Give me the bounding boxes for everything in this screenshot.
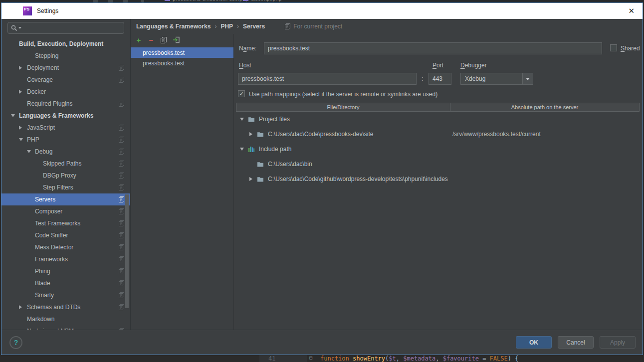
use-path-mappings-checkbox[interactable]: ✓	[238, 90, 245, 97]
code-token: $metadata	[403, 355, 435, 362]
sidebar-item-required-plugins[interactable]: Required Plugins	[1, 98, 130, 110]
port-input[interactable]	[429, 73, 451, 85]
sidebar-item-composer[interactable]: Composer	[1, 205, 130, 217]
mapping-row[interactable]: Project files	[236, 112, 640, 127]
ok-button[interactable]: OK	[516, 336, 552, 349]
debugger-select[interactable]: Xdebug	[460, 73, 533, 85]
server-name-input[interactable]	[264, 42, 602, 54]
sidebar-item-schemas-and-dtds[interactable]: Schemas and DTDs	[1, 301, 130, 313]
sidebar-item-label: Blade	[35, 280, 50, 287]
mapping-row[interactable]: Include path	[236, 142, 640, 157]
help-button[interactable]: ?	[9, 336, 22, 349]
sidebar-item-label: Coverage	[27, 76, 53, 83]
editor-tab-disco-tpl[interactable]: disco.tpl.php✕	[243, 0, 289, 1]
sidebar-item-php[interactable]: PHP	[1, 134, 130, 146]
help-icon: ?	[14, 339, 18, 347]
mapping-absolute-path[interactable]: /srv/www/pressbooks.test/current	[452, 131, 541, 138]
sidebar-item-skipped-paths[interactable]: Skipped Paths	[1, 158, 130, 170]
modified-indicator-icon	[119, 125, 124, 131]
tab-close-icon[interactable]: ✕	[285, 0, 289, 1]
editor-gutter	[259, 355, 307, 362]
sidebar-item-debug[interactable]: Debug	[1, 146, 130, 158]
lower-region: + −	[131, 34, 643, 330]
sidebar-item-coverage[interactable]: Coverage	[1, 74, 130, 86]
sidebar-item-smarty[interactable]: Smarty	[1, 289, 130, 301]
sidebar-item-languages-frameworks[interactable]: Languages & Frameworks	[1, 110, 130, 122]
chevron-down-icon[interactable]	[11, 114, 19, 117]
chevron-down-icon[interactable]	[239, 118, 245, 121]
mappings-table-header: File/Directory Absolute path on the serv…	[236, 103, 640, 112]
search-icon	[11, 25, 17, 31]
sidebar-item-phing[interactable]: Phing	[1, 265, 130, 277]
chevron-right-icon[interactable]	[19, 305, 27, 309]
modified-indicator-icon	[119, 137, 124, 143]
mapping-row[interactable]: C:\Users\dac\Code\github\wordpress-devel…	[236, 172, 640, 186]
sidebar-item-blade[interactable]: Blade	[1, 277, 130, 289]
column-header-absolute-path[interactable]: Absolute path on the server	[450, 103, 640, 112]
mapping-file-directory: C:\Users\dac\bin	[268, 161, 312, 168]
breadcrumb-languages-frameworks[interactable]: Languages & Frameworks	[136, 23, 211, 30]
server-list-item[interactable]: pressbooks.test	[131, 47, 233, 58]
code-fold-icon[interactable]: ⊟	[309, 355, 313, 361]
close-icon[interactable]: ✕	[628, 6, 635, 15]
sidebar-item-code-sniffer[interactable]: Code Sniffer	[1, 229, 130, 241]
remove-server-button[interactable]: −	[147, 36, 155, 44]
modified-indicator-icon	[119, 280, 124, 286]
editor-tab-pressbooks-shibboleth[interactable]: pressbooks-shibboleth-sso.php✕	[165, 0, 256, 1]
sidebar-item-docker[interactable]: Docker	[1, 86, 130, 98]
sidebar-item-frameworks[interactable]: Frameworks	[1, 253, 130, 265]
sidebar-item-label: Stepping	[35, 52, 58, 59]
modified-indicator-icon	[119, 161, 124, 167]
import-server-button[interactable]	[172, 36, 180, 44]
cancel-button[interactable]: Cancel	[558, 336, 594, 349]
mapping-row[interactable]: C:\Users\dac\bin	[236, 157, 640, 172]
server-list-item[interactable]: pressbooks.test	[131, 58, 233, 68]
column-header-file-directory[interactable]: File/Directory	[236, 103, 450, 112]
chevron-right-icon[interactable]	[19, 126, 27, 130]
chevron-right-icon[interactable]	[248, 177, 254, 181]
project-scope-icon	[285, 23, 290, 29]
add-server-button[interactable]: +	[135, 36, 143, 44]
settings-search-box[interactable]	[7, 22, 124, 34]
sidebar-scrollbar-thumb[interactable]	[125, 194, 129, 308]
modified-indicator-icon	[119, 232, 124, 238]
server-list: pressbooks.testpressbooks.test	[131, 47, 233, 68]
chevron-down-icon[interactable]	[27, 150, 35, 153]
modified-indicator-icon	[119, 268, 124, 274]
php-file-icon	[165, 0, 170, 1]
host-input[interactable]	[238, 73, 417, 85]
sidebar-item-test-frameworks[interactable]: Test Frameworks	[1, 217, 130, 229]
dropdown-arrow-button[interactable]	[522, 73, 533, 84]
sidebar-item-dbgp-proxy[interactable]: DBGp Proxy	[1, 170, 130, 181]
sidebar-item-javascript[interactable]: JavaScript	[1, 122, 130, 134]
sidebar-item-mess-detector[interactable]: Mess Detector	[1, 241, 130, 253]
debugger-label: Debugger	[460, 62, 487, 69]
sidebar-item-servers[interactable]: Servers	[1, 193, 130, 205]
copy-server-button[interactable]	[160, 36, 168, 44]
sidebar-item-markdown[interactable]: Markdown	[1, 313, 130, 325]
code-token: $favourite	[443, 355, 479, 362]
modified-indicator-icon	[119, 220, 124, 226]
settings-sidebar: Build, Execution, DeploymentSteppingDepl…	[1, 19, 131, 330]
chevron-right-icon[interactable]	[19, 90, 27, 94]
chevron-down-icon[interactable]	[19, 138, 27, 141]
mapping-row[interactable]: C:\Users\dac\Code\pressbooks-dev\site/sr…	[236, 127, 640, 142]
shared-checkbox[interactable]	[610, 44, 617, 51]
mapping-file-directory: C:\Users\dac\Code\github\wordpress-devel…	[268, 176, 448, 182]
chevron-right-icon[interactable]	[248, 132, 254, 136]
dialog-titlebar: PS Settings ✕	[1, 3, 643, 19]
shared-label: Shared	[621, 45, 640, 52]
modified-indicator-icon	[119, 208, 124, 214]
chevron-right-icon[interactable]	[19, 66, 27, 70]
sidebar-item-stepping[interactable]: Stepping	[1, 50, 130, 62]
sidebar-item-label: DBGp Proxy	[43, 172, 76, 179]
sidebar-item-deployment[interactable]: Deployment	[1, 62, 130, 74]
chevron-down-icon[interactable]	[239, 148, 245, 151]
sidebar-item-label: Languages & Frameworks	[19, 112, 93, 119]
sidebar-item-build-execution-deployment[interactable]: Build, Execution, Deployment	[1, 38, 130, 50]
modified-indicator-icon	[119, 304, 124, 310]
sidebar-item-step-filters[interactable]: Step Filters	[1, 181, 130, 193]
settings-search-input[interactable]	[21, 24, 121, 32]
folder-icon	[257, 176, 265, 182]
breadcrumb-php[interactable]: PHP	[220, 23, 233, 30]
